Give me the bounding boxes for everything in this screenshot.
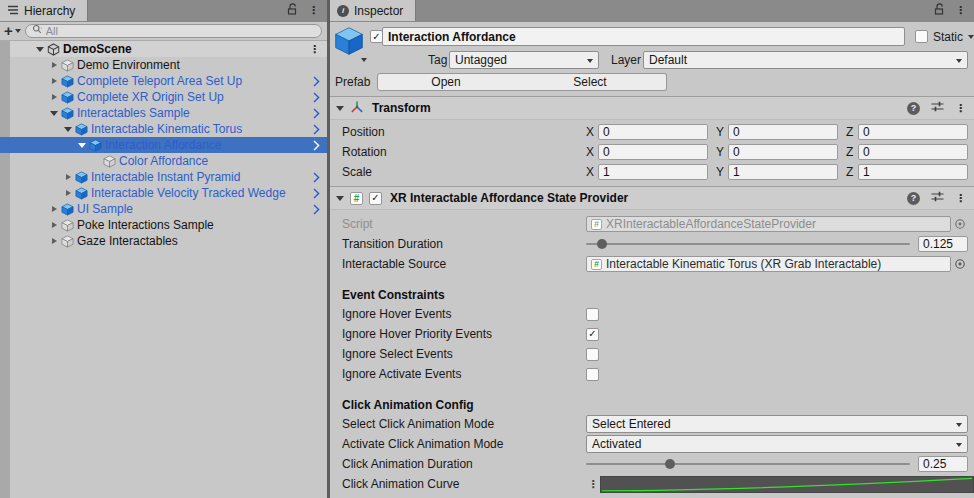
hierarchy-row[interactable]: Interactable Instant Pyramid	[0, 169, 327, 185]
component-menu-icon[interactable]: ⋮	[955, 103, 966, 114]
unlock-icon[interactable]	[287, 3, 298, 18]
cube-outline-icon	[60, 58, 74, 72]
constraint-checkbox[interactable]	[586, 308, 599, 321]
prefab-open-button[interactable]: Open	[377, 73, 515, 91]
object-picker-icon[interactable]	[951, 256, 968, 272]
search-input[interactable]	[46, 25, 315, 37]
click-animation-duration-slider[interactable]	[586, 456, 910, 472]
scale-x-field[interactable]: 1	[598, 164, 708, 180]
hierarchy-row[interactable]: Color Affordance	[0, 153, 327, 169]
script-value: XRInteractableAffordanceStateProvider	[606, 217, 816, 231]
prefab-chevron-icon[interactable]	[313, 204, 320, 215]
hierarchy-row[interactable]: Interactable Velocity Tracked Wedge	[0, 185, 327, 201]
constraint-checkbox[interactable]: ✓	[586, 328, 599, 341]
transition-duration-value[interactable]: 0.125	[918, 236, 968, 252]
click-animation-duration-value[interactable]: 0.25	[918, 456, 968, 472]
constraint-checkbox[interactable]	[586, 368, 599, 381]
component-menu-icon[interactable]: ⋮	[955, 193, 966, 204]
foldout-collapsed-icon[interactable]	[66, 190, 71, 196]
tab-hierarchy-label: Hierarchy	[24, 4, 75, 18]
foldout-expanded-icon[interactable]	[336, 196, 344, 201]
static-checkbox[interactable]	[915, 30, 928, 43]
help-icon[interactable]: ?	[907, 102, 920, 115]
constraint-checkbox[interactable]	[586, 348, 599, 361]
object-picker-icon[interactable]	[951, 216, 968, 232]
tab-inspector[interactable]: i Inspector	[330, 0, 416, 21]
foldout-expanded-icon[interactable]	[78, 143, 86, 148]
prefab-chevron-icon[interactable]	[313, 124, 320, 135]
foldout-collapsed-icon[interactable]	[52, 78, 57, 84]
hierarchy-row[interactable]: Complete XR Origin Set Up	[0, 89, 327, 105]
gameobject-name-field[interactable]	[382, 27, 905, 46]
hierarchy-row[interactable]: Interaction Affordance	[0, 137, 327, 153]
foldout-expanded-icon[interactable]	[336, 106, 344, 111]
unlock-icon[interactable]	[934, 3, 945, 18]
activate-click-mode-dropdown[interactable]: Activated	[586, 435, 968, 453]
foldout-collapsed-icon[interactable]	[52, 238, 57, 244]
prefab-chevron-icon[interactable]	[313, 92, 320, 103]
position-x-field[interactable]: 0	[598, 124, 708, 140]
prefab-select-button[interactable]: Select	[514, 73, 667, 91]
static-dropdown-icon[interactable]	[968, 35, 974, 39]
hierarchy-row[interactable]: Gaze Interactables	[0, 233, 327, 249]
hierarchy-menu-icon[interactable]: ⋮	[308, 5, 319, 16]
hierarchy-row[interactable]: Poke Interactions Sample	[0, 217, 327, 233]
select-click-mode-row: Select Click Animation Mode Select Enter…	[330, 414, 974, 434]
hierarchy-row[interactable]: Demo Environment	[0, 57, 327, 73]
foldout-collapsed-icon[interactable]	[52, 94, 57, 100]
prefab-chevron-icon[interactable]	[313, 188, 320, 199]
hierarchy-search-field[interactable]	[25, 24, 322, 38]
inspector-tabbar: i Inspector ⋮	[330, 0, 974, 22]
tag-dropdown[interactable]: Untagged	[449, 51, 599, 69]
foldout-collapsed-icon[interactable]	[52, 206, 57, 212]
position-z-field[interactable]: 0	[858, 124, 968, 140]
tab-hierarchy[interactable]: Hierarchy	[0, 0, 88, 21]
foldout-expanded-icon[interactable]	[64, 127, 72, 132]
transform-gizmo-icon	[350, 100, 364, 117]
xr-affordance-header[interactable]: # ✓ XR Interactable Affordance State Pro…	[330, 186, 974, 210]
foldout-collapsed-icon[interactable]	[66, 174, 71, 180]
rotation-y-field[interactable]: 0	[728, 144, 838, 160]
rotation-z-field[interactable]: 0	[858, 144, 968, 160]
animation-curve-field[interactable]	[600, 476, 974, 493]
help-icon[interactable]: ?	[907, 192, 920, 205]
prefab-chevron-icon[interactable]	[313, 108, 320, 119]
layer-dropdown[interactable]: Default	[643, 51, 968, 69]
transition-duration-slider[interactable]	[586, 236, 910, 252]
prefab-chevron-icon[interactable]	[313, 76, 320, 87]
chevron-down-icon	[956, 423, 962, 427]
slider-handle[interactable]	[665, 459, 675, 469]
foldout-collapsed-icon[interactable]	[52, 222, 57, 228]
prefab-chevron-icon[interactable]	[313, 140, 320, 151]
hierarchy-row[interactable]: Interactable Kinematic Torus	[0, 121, 327, 137]
component-enabled-checkbox[interactable]: ✓	[369, 192, 382, 205]
prefab-cube-icon	[88, 138, 102, 152]
axis-x-label: X	[586, 165, 598, 179]
foldout-expanded-icon[interactable]	[36, 47, 44, 52]
hierarchy-item-label: Poke Interactions Sample	[77, 218, 214, 232]
add-gameobject-button[interactable]: +	[4, 25, 21, 38]
foldout-collapsed-icon[interactable]	[52, 62, 57, 68]
presets-icon[interactable]	[931, 191, 944, 205]
prefab-chevron-icon[interactable]	[313, 172, 320, 183]
scale-y-field[interactable]: 1	[728, 164, 838, 180]
search-icon	[32, 24, 43, 38]
hierarchy-row[interactable]: Interactables Sample	[0, 105, 327, 121]
script-icon: #	[591, 259, 602, 270]
position-y-field[interactable]: 0	[728, 124, 838, 140]
constraint-row: Ignore Activate Events	[330, 364, 974, 384]
hierarchy-row[interactable]: UI Sample	[0, 201, 327, 217]
scene-menu-icon[interactable]: ⋮	[309, 44, 320, 55]
presets-icon[interactable]	[931, 101, 944, 115]
hierarchy-row[interactable]: DemoScene⋮	[0, 41, 327, 57]
hierarchy-row[interactable]: Complete Teleport Area Set Up	[0, 73, 327, 89]
drag-handle-icon[interactable]: ⋮	[586, 479, 600, 490]
scale-z-field[interactable]: 1	[858, 164, 968, 180]
foldout-expanded-icon[interactable]	[50, 111, 58, 116]
transform-header[interactable]: Transform ? ⋮	[330, 96, 974, 120]
rotation-x-field[interactable]: 0	[598, 144, 708, 160]
select-click-mode-dropdown[interactable]: Select Entered	[586, 415, 968, 433]
slider-handle[interactable]	[597, 239, 607, 249]
interactable-source-field[interactable]: # Interactable Kinematic Torus (XR Grab …	[586, 256, 951, 272]
inspector-menu-icon[interactable]: ⋮	[955, 5, 966, 16]
